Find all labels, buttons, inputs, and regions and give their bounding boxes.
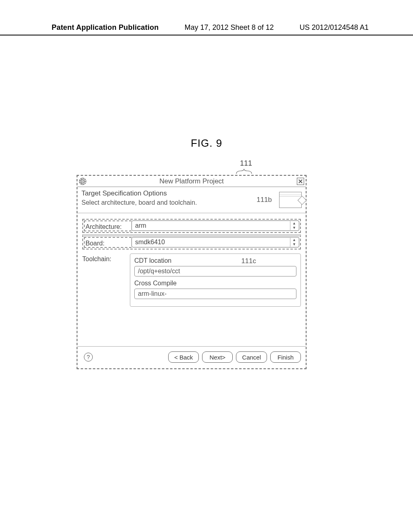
architecture-label: Architecture: [84,220,131,231]
body-spacer [82,310,301,342]
callout-111c: 111c [241,257,256,265]
board-value: smdk6410 [135,239,165,246]
intro-heading: Target Specification Options [81,189,274,197]
back-button[interactable]: < Back [168,351,199,363]
window-title: New Platform Project [86,177,297,185]
header-middle: May 17, 2012 Sheet 8 of 12 [185,23,274,32]
cross-compile-input[interactable]: arm-linux- [134,289,296,299]
toolchain-label: Toolchain: [82,254,130,263]
board-label: Board: [84,237,131,248]
wizard-decor-icon [279,192,302,208]
callout-brace-icon [236,168,252,174]
next-button[interactable]: Next> [202,351,233,363]
header-rule [0,35,413,35]
button-bar: ? < Back Next> Cancel Finish [77,346,306,368]
page-header: Patent Application Publication May 17, 2… [0,23,413,32]
cross-compile-label: Cross Compile [134,280,296,287]
finish-button[interactable]: Finish [270,351,301,363]
cross-compile-value: arm-linux- [138,290,167,297]
callout-111: 111 [186,159,307,168]
architecture-select[interactable]: arm ▲▼ [131,220,299,231]
figure-label: FIG. 9 [0,137,413,150]
app-icon [79,178,86,185]
dialog-window: New Platform Project Target Specificatio… [77,175,307,369]
callout-111b: 111b [257,196,272,204]
architecture-value: arm [135,222,146,229]
cdt-location-label: CDT location [134,257,296,264]
cancel-button[interactable]: Cancel [236,351,267,363]
figure-content: 111 New Platform Project Target Specific… [77,159,307,369]
close-icon[interactable] [297,178,304,185]
board-select[interactable]: smdk6410 ▲▼ [131,237,299,247]
architecture-row: Architecture: arm ▲▼ [82,219,301,233]
intro-panel: Target Specification Options Select arch… [77,187,306,213]
spinner-icon[interactable]: ▲▼ [290,221,298,230]
header-left: Patent Application Publication [52,23,159,32]
toolchain-row: Toolchain: 111c CDT location /opt/q+esto… [82,254,301,307]
header-right: US 2012/0124548 A1 [300,23,369,32]
help-icon[interactable]: ? [84,353,93,362]
intro-subheading: Select architecture, board and toolchain… [81,199,274,206]
dialog-body: Architecture: arm ▲▼ Board: smdk6410 ▲▼ [77,213,306,346]
cdt-location-value: /opt/q+esto/cct [138,268,180,275]
spinner-icon[interactable]: ▲▼ [290,238,298,247]
cdt-location-input[interactable]: /opt/q+esto/cct [134,266,296,276]
toolchain-group: 111c CDT location /opt/q+esto/cct Cross … [130,254,301,307]
board-row: Board: smdk6410 ▲▼ [82,235,301,249]
titlebar: New Platform Project [77,176,306,187]
